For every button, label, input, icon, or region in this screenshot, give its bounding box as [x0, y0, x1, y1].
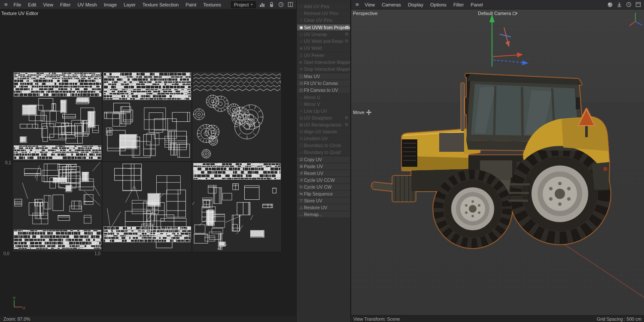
menu-options[interactable]: Options [427, 2, 450, 7]
cmd-label: Store UV [304, 198, 322, 203]
uv-command-groups: +Add UV Pins−Remove UV Pins×Clear UV Pin… [297, 3, 350, 217]
active-camera-label[interactable]: Default Camera [478, 11, 517, 16]
taillight [603, 167, 608, 171]
download-arrow-icon[interactable] [616, 1, 623, 8]
hamburger-menu-icon[interactable]: ≡ [2, 1, 10, 8]
cmd-max-uv[interactable]: ▢Max UV [297, 73, 350, 79]
cmd-boundary-to-circle: ◯Boundary to Circle [297, 142, 350, 148]
cmd-label: Cycle UV CW [304, 184, 331, 190]
cmd-reset-uv[interactable]: ↺Reset UV [297, 170, 350, 176]
application-window: ≡ FileEditViewFilterUV MeshImageLayerTex… [0, 0, 644, 322]
cmd-fit-canvas-to-uv[interactable]: ◰Fit Canvas to UV [297, 87, 350, 93]
uv-coord-label-01: 0,1 [3, 160, 11, 165]
history-icon[interactable] [278, 1, 284, 8]
uv-coord-label-00: 0,0 [3, 251, 9, 256]
cmd-label: Add UV Pins [304, 4, 330, 9]
cmd-paste-uv[interactable]: ⊞Paste UV [297, 163, 350, 169]
cmd-uv-peeler: ∥UV Peeler [297, 52, 350, 58]
menu-image[interactable]: Image [100, 2, 121, 7]
menu-textures[interactable]: Textures [200, 2, 225, 7]
line-up-uv-icon: ≡ [298, 109, 304, 113]
menu-layer[interactable]: Layer [120, 2, 139, 7]
cmd-label: Paste UV [304, 164, 323, 169]
copy-uv-icon: ⊡ [298, 157, 304, 162]
viewport-statusbar: View Transform: Scene Grid Spacing : 500… [351, 315, 644, 322]
unstitch-uv-icon: ⊟ [298, 136, 304, 141]
gear-icon[interactable]: ⚙ [345, 38, 349, 44]
menu-file[interactable]: File [10, 2, 25, 7]
menu-edit[interactable]: Edit [24, 2, 39, 7]
menu-texture-selection[interactable]: Texture Selection [139, 2, 182, 7]
clear-pins-icon: × [298, 18, 304, 22]
cmd-label: Reset UV [304, 171, 323, 176]
cmd-align-uv-islands: ⊞Align UV Islands [297, 129, 350, 135]
boundary-to-quad-icon: ▭ [298, 150, 304, 154]
lock-icon[interactable] [268, 1, 275, 8]
add-pin-icon: + [298, 4, 304, 9]
uv-peeler-icon: ∥ [298, 53, 304, 57]
remove-pin-icon: − [298, 11, 304, 15]
cmd-restore-uv[interactable]: △Restore UV [297, 205, 350, 211]
hamburger-menu-icon[interactable]: ≡ [353, 1, 361, 8]
cmd-uv-unwrap: ◱UV Unwrap⚙ [297, 31, 350, 37]
clock-icon[interactable] [626, 1, 632, 8]
menu-filter[interactable]: Filter [450, 2, 467, 7]
fit-canvas-to-uv-icon: ◰ [298, 88, 304, 92]
cmd-store-uv[interactable]: ▽Store UV [297, 198, 350, 204]
maximize-panel-icon[interactable] [635, 1, 641, 8]
cmd-set-uvw-from-projection[interactable]: ▣Set UVW from Projection⚙ [297, 24, 350, 30]
cmd-label: Cycle UV CCW [304, 178, 335, 183]
cmd-label: Fit UV to Canvas [304, 81, 338, 86]
restore-uv-icon: △ [298, 205, 304, 210]
gear-icon[interactable]: ⚙ [345, 115, 349, 121]
viewport-scene [351, 9, 644, 315]
cmd-line-up-uv: ≡Line Up UV [297, 108, 350, 114]
menu-panel[interactable]: Panel [467, 2, 486, 7]
perspective-viewport[interactable]: Perspective Default Camera Move [351, 9, 644, 315]
uv-axis-gizmo: V U [9, 296, 27, 310]
cycle-uv-cw-icon: ↻ [298, 185, 304, 189]
cmd-uv-weld-and-relax: ◇UV Weld and Relax⚙ [297, 38, 350, 44]
menu-uv-mesh[interactable]: UV Mesh [74, 2, 100, 7]
uv-coord-label-10: 1,0 [94, 251, 100, 256]
uv-map-canvas[interactable] [13, 72, 282, 252]
cmd-label: Boundary to Quad [304, 150, 340, 155]
cmd-label: Unstitch UV [304, 136, 328, 141]
cmd-copy-uv[interactable]: ⊡Copy UV [297, 156, 350, 163]
uv-editor-menubar: ≡ FileEditViewFilterUV MeshImageLayerTex… [0, 0, 296, 9]
uv-command-panel: +Add UV Pins−Remove UV Pins×Clear UV Pin… [296, 0, 351, 322]
grid-spacing-status: Grid Spacing : 500 cm [597, 316, 641, 322]
u-axis-label: U [22, 306, 25, 310]
cmd-cycle-uv-cw[interactable]: ↻Cycle UV CW [297, 184, 350, 190]
project-selector[interactable]: Project ▾ [231, 1, 256, 8]
reset-uv-icon: ↺ [298, 171, 304, 175]
cmd-label: Flip Sequence [304, 191, 333, 196]
z-axis-handle [522, 60, 529, 65]
menu-filter[interactable]: Filter [57, 2, 74, 7]
menu-view[interactable]: View [39, 2, 57, 7]
gear-icon[interactable]: ⚙ [345, 122, 349, 128]
cmd-label: Clear UV Pins [304, 18, 332, 23]
boundary-to-circle-icon: ◯ [298, 143, 304, 147]
menu-paint[interactable]: Paint [182, 2, 200, 7]
cmd-remap[interactable]: …Remap... [297, 211, 350, 217]
histogram-icon[interactable] [259, 1, 265, 8]
camera-icon [513, 11, 517, 15]
cmd-flip-sequence[interactable]: ⇆Flip Sequence [297, 191, 350, 197]
move-gizmo[interactable] [489, 14, 529, 66]
cmd-label: Max UV [304, 74, 320, 79]
cmd-label: Remove UV Pins [304, 11, 338, 16]
viewport-menubar: ≡ ViewCamerasDisplayOptionsFilterPanel [351, 0, 644, 9]
cmd-cycle-uv-ccw[interactable]: ↺Cycle UV CCW [297, 177, 350, 183]
menu-display[interactable]: Display [404, 2, 427, 7]
gear-icon[interactable]: ⚙ [345, 31, 349, 37]
layout-icon[interactable] [287, 1, 294, 8]
menu-view[interactable]: View [361, 2, 379, 7]
view-mode-label[interactable]: Perspective [353, 11, 377, 16]
gear-icon[interactable]: ⚙ [345, 24, 349, 30]
tractor-model[interactable] [372, 74, 611, 248]
cmd-clear-uv-pins: ×Clear UV Pins [297, 17, 350, 23]
menu-cameras[interactable]: Cameras [378, 2, 404, 7]
render-sphere-icon[interactable] [607, 1, 613, 8]
cmd-fit-uv-to-canvas[interactable]: ◳Fit UV to Canvas [297, 80, 350, 86]
